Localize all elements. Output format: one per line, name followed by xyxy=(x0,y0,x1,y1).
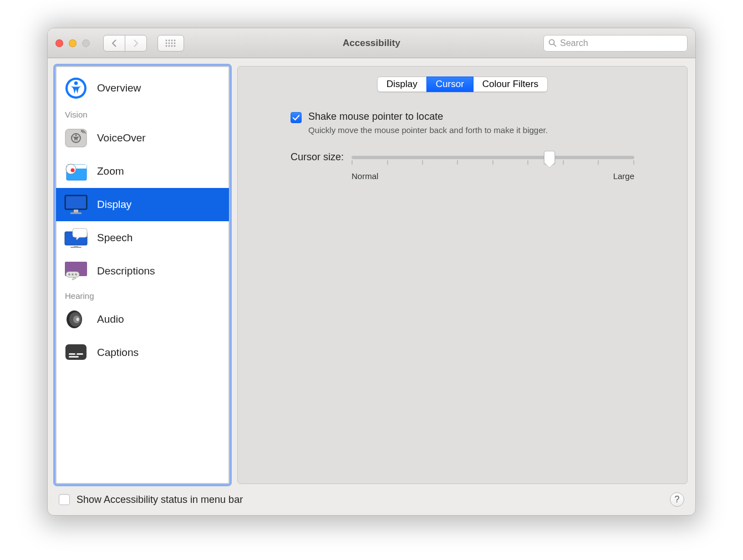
svg-point-16 xyxy=(74,82,78,85)
zoom-icon xyxy=(64,160,88,182)
chevron-left-icon xyxy=(111,39,118,47)
shake-to-locate-subtitle: Quickly move the mouse pointer back and … xyxy=(308,125,548,136)
grid-button-group xyxy=(158,35,184,52)
svg-rect-43 xyxy=(77,353,83,355)
svg-point-10 xyxy=(171,45,173,47)
display-icon xyxy=(64,194,88,216)
svg-point-3 xyxy=(174,39,176,41)
cursor-size-slider[interactable] xyxy=(352,156,634,159)
help-button[interactable]: ? xyxy=(670,492,684,507)
sidebar-item-overview[interactable]: Overview xyxy=(56,70,229,106)
svg-point-22 xyxy=(66,164,76,174)
sidebar-item-label: VoiceOver xyxy=(97,132,146,144)
svg-point-6 xyxy=(171,42,173,44)
zoom-window-button[interactable] xyxy=(82,39,90,47)
shake-to-locate-checkbox[interactable] xyxy=(291,112,302,123)
nav-buttons xyxy=(103,35,147,52)
sidebar-heading-hearing: Hearing xyxy=(56,288,229,303)
svg-point-9 xyxy=(169,45,170,47)
close-window-button[interactable] xyxy=(55,39,63,47)
svg-rect-29 xyxy=(74,245,78,247)
show-status-checkbox[interactable] xyxy=(59,494,70,505)
window-controls xyxy=(55,39,90,47)
descriptions-icon xyxy=(64,260,88,282)
svg-rect-26 xyxy=(74,210,78,212)
voiceover-icon xyxy=(64,127,88,149)
svg-point-1 xyxy=(169,39,170,41)
chevron-right-icon xyxy=(133,39,139,47)
speech-icon xyxy=(64,227,88,249)
slider-min-label: Normal xyxy=(352,171,378,181)
svg-rect-42 xyxy=(69,353,75,355)
svg-point-34 xyxy=(68,273,70,276)
sidebar-item-speech[interactable]: Speech xyxy=(56,221,229,254)
search-placeholder: Search xyxy=(560,38,588,48)
svg-rect-25 xyxy=(66,196,86,208)
tab-display[interactable]: Display xyxy=(377,77,427,92)
sidebar-item-voiceover[interactable]: VoiceOver xyxy=(56,121,229,155)
svg-point-11 xyxy=(174,45,176,47)
footer: Show Accessibility status in menu bar ? xyxy=(48,484,695,515)
svg-point-40 xyxy=(77,318,79,321)
captions-icon xyxy=(64,342,88,364)
audio-icon xyxy=(64,308,88,330)
svg-point-7 xyxy=(174,42,176,44)
titlebar: Accessibility Search xyxy=(48,28,695,58)
svg-point-23 xyxy=(71,169,75,172)
search-icon xyxy=(548,39,557,47)
shake-to-locate-title: Shake mouse pointer to locate xyxy=(308,111,548,123)
sidebar-item-label: Speech xyxy=(97,232,133,244)
sidebar-item-captions[interactable]: Captions xyxy=(56,336,229,369)
tab-colour-filters[interactable]: Colour Filters xyxy=(473,77,548,92)
shake-to-locate-option: Shake mouse pointer to locate Quickly mo… xyxy=(291,111,634,136)
sidebar-item-zoom[interactable]: Zoom xyxy=(56,155,229,188)
accessibility-window: Accessibility Search Overview Vision xyxy=(47,28,696,516)
back-button[interactable] xyxy=(103,35,125,52)
tab-cursor[interactable]: Cursor xyxy=(426,77,474,92)
slider-knob[interactable] xyxy=(544,151,555,164)
sidebar-item-label: Audio xyxy=(97,313,124,325)
grid-icon xyxy=(165,39,176,47)
search-field[interactable]: Search xyxy=(543,35,688,52)
svg-point-2 xyxy=(171,39,173,41)
sidebar-item-audio[interactable]: Audio xyxy=(56,303,229,336)
svg-point-12 xyxy=(549,40,554,45)
svg-point-0 xyxy=(166,39,167,41)
svg-point-19 xyxy=(75,135,77,136)
svg-rect-30 xyxy=(70,247,82,248)
sidebar-item-display[interactable]: Display xyxy=(56,188,229,221)
slider-ticks xyxy=(352,160,634,165)
sidebar-item-label: Display xyxy=(97,198,131,211)
category-sidebar[interactable]: Overview Vision VoiceOver Zoom xyxy=(55,66,230,484)
sidebar-item-label: Overview xyxy=(97,82,141,94)
cursor-size-row: Cursor size: Normal Large xyxy=(291,150,634,181)
slider-max-label: Large xyxy=(613,171,634,181)
sidebar-item-descriptions[interactable]: Descriptions xyxy=(56,254,229,288)
forward-button[interactable] xyxy=(125,35,147,52)
svg-line-13 xyxy=(554,44,557,47)
show-status-label: Show Accessibility status in menu bar xyxy=(77,494,243,506)
overview-icon xyxy=(64,77,88,99)
svg-rect-44 xyxy=(69,356,79,358)
sidebar-item-label: Zoom xyxy=(97,165,124,177)
sidebar-heading-vision: Vision xyxy=(56,106,229,121)
minimize-window-button[interactable] xyxy=(69,39,77,47)
cursor-size-label: Cursor size: xyxy=(291,150,344,163)
tab-bar: Display Cursor Colour Filters xyxy=(377,77,548,92)
svg-point-35 xyxy=(72,273,74,276)
svg-point-36 xyxy=(75,273,77,276)
svg-rect-27 xyxy=(70,212,82,214)
show-all-button[interactable] xyxy=(157,35,184,52)
sidebar-item-label: Captions xyxy=(97,347,139,359)
svg-point-4 xyxy=(166,42,167,44)
svg-point-5 xyxy=(169,42,170,44)
svg-point-8 xyxy=(166,45,167,47)
sidebar-item-label: Descriptions xyxy=(97,265,155,277)
settings-panel: Display Cursor Colour Filters Shake mous… xyxy=(237,66,688,484)
